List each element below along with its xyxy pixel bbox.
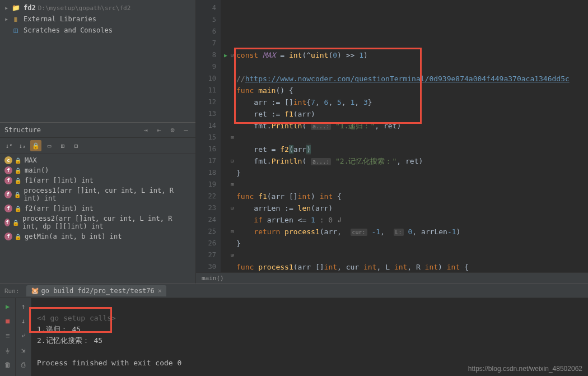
code-line[interactable]: //https://www.nowcoder.com/questionTermi… — [236, 73, 584, 85]
structure-item-name: process2(arr []int, cur int, L int, R in… — [22, 215, 191, 230]
collapse-icon[interactable]: ⇥ — [141, 125, 151, 135]
hide-icon[interactable]: — — [181, 125, 191, 135]
wrap-icon[interactable]: ⤶ — [17, 329, 30, 342]
code-line[interactable]: ret = f2(arr) — [236, 143, 584, 155]
project-tree: ▸ 📁 fd2 D:\mysetup\gopath\src\fd2 ▸ ⫼ Ex… — [0, 0, 195, 38]
structure-item[interactable]: f🔒process2(arr []int, cur int, L int, R … — [0, 213, 195, 231]
gutter-line[interactable]: 5 — [198, 14, 216, 26]
gutter-line[interactable]: 26 — [198, 238, 216, 249]
stop-icon[interactable]: ■ — [2, 315, 14, 327]
sort-btn[interactable]: ↓ᶻ — [3, 140, 15, 151]
collapse-all-btn[interactable]: ⊟ — [71, 140, 82, 151]
expand-icon[interactable]: ⇤ — [154, 125, 164, 135]
run-tab[interactable]: 🐹 go build fd2/pro_test/test76 × — [26, 285, 167, 296]
run-toolbar-inner: ↑ ↓ ⤶ ⇲ ⎙ — [16, 298, 31, 376]
scratches-icon: ◫ — [11, 26, 20, 35]
structure-item[interactable]: f🔒f1(arr []int) int — [0, 175, 195, 185]
console-line1: 1.递归： 45 — [37, 325, 81, 333]
sort2-btn[interactable]: ↓ₐ — [17, 140, 28, 151]
rerun-icon[interactable]: ▶ — [2, 300, 14, 313]
lock-icon: 🔒 — [15, 168, 21, 174]
structure-item-name: getMin(a int, b int) int — [25, 233, 122, 240]
expand-all-btn[interactable]: ⊞ — [57, 140, 68, 151]
gear-icon[interactable]: ⚙ — [167, 125, 178, 135]
tree-item-scratches[interactable]: ◫ Scratches and Consoles — [0, 25, 195, 36]
chevron-right-icon: ▸ — [4, 15, 11, 23]
gutter-line[interactable]: 14 — [198, 120, 216, 132]
tree-item-extlibs[interactable]: ▸ ⫼ External Libraries — [0, 13, 195, 25]
structure-item-name: f1(arr []int) int — [25, 177, 94, 184]
gutter-line[interactable]: 13 — [198, 108, 216, 120]
gutter-line[interactable]: 27⊞ — [198, 249, 216, 261]
code-line[interactable] — [236, 249, 584, 261]
code-line[interactable]: if arrLen <= 1 : 0 ↲ — [236, 214, 584, 226]
gutter-line[interactable]: 18 — [198, 167, 216, 179]
structure-item-name: main() — [25, 166, 49, 174]
gutter-line[interactable]: 7 — [198, 38, 216, 49]
code-line[interactable]: fmt.Println( a...: "1.递归：", ret) — [236, 120, 584, 132]
library-icon: ⫼ — [11, 15, 20, 24]
breadcrumb[interactable]: main() — [196, 272, 588, 284]
code-line[interactable] — [236, 38, 584, 49]
code-line[interactable]: arrLen := len(arr) — [236, 202, 584, 214]
code-line[interactable]: } — [236, 238, 584, 249]
code-line[interactable]: func process1(arr []int, cur int, L int,… — [236, 261, 584, 272]
gutter-line[interactable]: 9 — [198, 61, 216, 73]
up-icon[interactable]: ↑ — [17, 300, 30, 313]
breadcrumb-item[interactable]: main() — [202, 275, 224, 282]
code-line[interactable] — [236, 132, 584, 143]
gutter-line[interactable]: 17⊟ — [198, 155, 216, 167]
gutter-line[interactable]: 30 — [198, 261, 216, 272]
editor-gutter[interactable]: 45678▶⊟9101112131415⊟1617⊟1819⊞2223⊟2425… — [196, 0, 221, 272]
gutter-line[interactable]: 11 — [198, 85, 216, 96]
gutter-line[interactable]: 8▶⊟ — [198, 49, 216, 61]
gutter-line[interactable]: 24 — [198, 214, 216, 226]
gutter-line[interactable]: 19⊞ — [198, 179, 216, 191]
gutter-line[interactable]: 16 — [198, 143, 216, 155]
tree-item-root[interactable]: ▸ 📁 fd2 D:\mysetup\gopath\src\fd2 — [0, 2, 195, 13]
code-line[interactable]: arr := []int{7, 6, 5, 1, 3} — [236, 96, 584, 108]
code-line[interactable] — [236, 179, 584, 191]
lock-icon: 🔒 — [15, 234, 21, 240]
gutter-line[interactable]: 4 — [198, 2, 216, 14]
code-line[interactable]: func f1(arr []int) int { — [236, 191, 584, 202]
code-line[interactable]: return process1(arr, cur: -1, L: 0, arrL… — [236, 226, 584, 238]
gutter-line[interactable]: 25⊟ — [198, 226, 216, 238]
layout-icon[interactable]: ≡ — [2, 329, 14, 342]
lock-icon: 🔒 — [15, 206, 21, 212]
trash-icon[interactable]: 🗑 — [2, 359, 14, 371]
code-line[interactable]: ret := f1(arr) — [236, 108, 584, 120]
structure-item[interactable]: c🔒MAX — [0, 155, 195, 165]
external-libs-label: External Libraries — [24, 15, 96, 23]
gutter-line[interactable]: 12 — [198, 96, 216, 108]
filter-lock-btn[interactable]: 🔒 — [30, 140, 41, 151]
pin-icon[interactable]: ⏚ — [2, 344, 14, 356]
lock-icon: 🔒 — [15, 178, 21, 184]
function-badge-icon: f — [4, 219, 10, 226]
close-icon[interactable]: × — [158, 287, 162, 295]
structure-title: Structure — [4, 126, 41, 134]
filter-folder-btn[interactable]: ▭ — [44, 140, 55, 151]
structure-item[interactable]: f🔒getMin(a int, b int) int — [0, 231, 195, 242]
lock-icon: 🔒 — [15, 157, 21, 164]
code-line[interactable]: const MAX = int(^uint(0) >> 1) — [236, 49, 584, 61]
scroll-icon[interactable]: ⇲ — [17, 344, 30, 356]
lock-icon: 🔒 — [12, 220, 19, 226]
code-line[interactable]: fmt.Println( a...: "2.记忆化搜索：", ret) — [236, 155, 584, 167]
project-path: D:\mysetup\gopath\src\fd2 — [38, 4, 131, 12]
gutter-line[interactable]: 15⊟ — [198, 132, 216, 143]
code-line[interactable]: func main() { — [236, 85, 584, 96]
editor-code[interactable]: const MAX = int(^uint(0) >> 1) //https:/… — [221, 0, 588, 272]
structure-item[interactable]: f🔒main() — [0, 165, 195, 175]
structure-item[interactable]: f🔒f2(arr []int) int — [0, 203, 195, 213]
gutter-line[interactable]: 10 — [198, 73, 216, 85]
code-line[interactable] — [236, 61, 584, 73]
down-icon[interactable]: ↓ — [17, 315, 30, 327]
gutter-line[interactable]: 6 — [198, 26, 216, 38]
gutter-line[interactable]: 23⊟ — [198, 202, 216, 214]
gutter-line[interactable]: 22 — [198, 191, 216, 202]
go-icon: 🐹 — [31, 287, 39, 295]
structure-item[interactable]: f🔒process1(arr []int, cur int, L int, R … — [0, 185, 195, 203]
code-line[interactable]: } — [236, 167, 584, 179]
print-icon[interactable]: ⎙ — [17, 359, 30, 371]
